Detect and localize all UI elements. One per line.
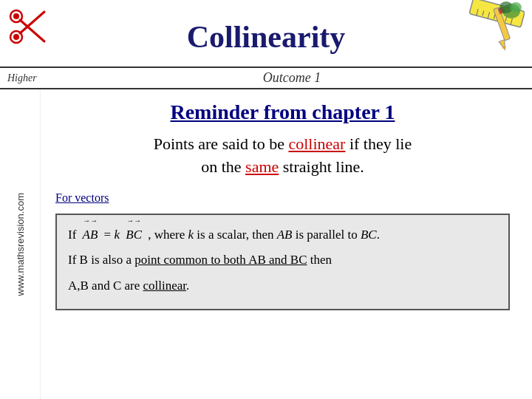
- svg-marker-15: [499, 40, 508, 51]
- math-line-2: If B is also a point common to both AB a…: [68, 249, 497, 272]
- content-panel: Reminder from chapter 1 Points are said …: [41, 89, 532, 399]
- math-box: If →→ AB = k →→ BC , where k is a scalar…: [55, 214, 510, 311]
- desc-line2: on the same straight line.: [201, 157, 364, 176]
- svg-point-5: [13, 34, 19, 40]
- same-highlight: same: [245, 157, 279, 176]
- desc-line1: Points are said to be collinear if they …: [154, 134, 412, 153]
- main-content: www.mathsrevision.com Reminder from chap…: [0, 89, 532, 399]
- outcome-text: Outcome 1: [52, 70, 532, 86]
- header: Collinearity: [0, 0, 532, 66]
- reminder-title: Reminder from chapter 1: [55, 100, 510, 124]
- for-vectors-label: For vectors: [55, 191, 510, 205]
- vec-AB: →→ AB: [83, 224, 98, 247]
- math-line-1: If →→ AB = k →→ BC , where k is a scalar…: [68, 224, 497, 247]
- vec-BC: →→ BC: [126, 224, 142, 247]
- page-container: Collinearity: [0, 0, 532, 399]
- collinear-conclusion: collinear: [143, 279, 187, 293]
- collinear-highlight: collinear: [288, 134, 345, 153]
- website-label: www.mathsrevision.com: [15, 193, 26, 296]
- math-line-3: A,B and C are collinear.: [68, 275, 497, 298]
- ruler-icon: [458, 0, 525, 63]
- svg-point-20: [510, 2, 522, 13]
- scissors-icon: [6, 6, 49, 52]
- collinear-description: Points are said to be collinear if they …: [55, 133, 510, 179]
- svg-point-4: [13, 13, 19, 19]
- higher-label: Higher: [0, 72, 52, 84]
- outcome-bar: Higher Outcome 1: [0, 66, 532, 89]
- page-title: Collinearity: [187, 19, 346, 55]
- sidebar: www.mathsrevision.com: [0, 89, 41, 399]
